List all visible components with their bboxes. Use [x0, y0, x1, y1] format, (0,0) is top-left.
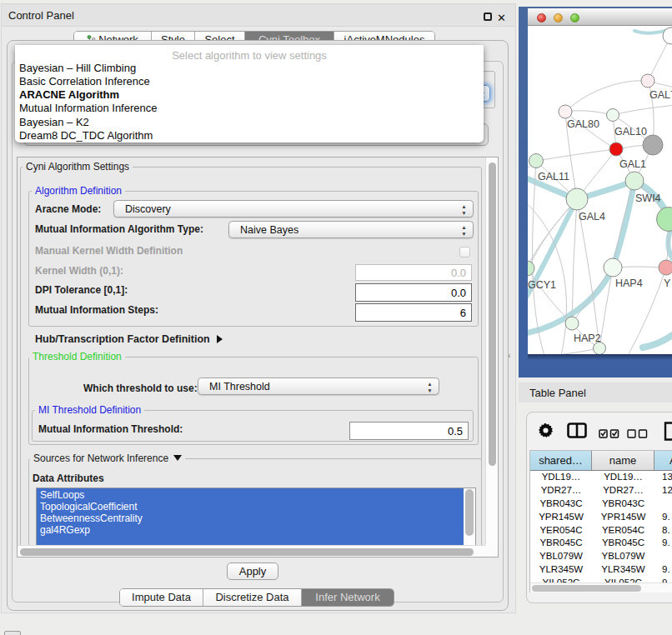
table-row[interactable]: YLR345WYLR345W9.	[530, 563, 672, 577]
network-node[interactable]	[643, 135, 663, 155]
table-cell[interactable]: YDL19…	[530, 471, 592, 484]
table-cell[interactable]: 13	[654, 471, 672, 484]
scrollbar-thumb[interactable]	[465, 489, 474, 536]
scrollbar-thumb[interactable]	[20, 548, 474, 556]
network-edge-thick[interactable]	[643, 332, 672, 348]
zoom-traffic-light[interactable]	[570, 13, 579, 22]
table-cell[interactable]: YDR27…	[592, 484, 654, 498]
attribute-list-item[interactable]: TopologicalCoefficient	[40, 501, 138, 512]
table-cell[interactable]: 9.	[654, 511, 672, 524]
table-cell[interactable]: YDR27…	[530, 484, 592, 498]
select-all-checkboxes-icon[interactable]	[599, 427, 619, 442]
table-cell[interactable]	[654, 498, 672, 511]
table-row[interactable]: YPR145WYPR145W9.	[530, 511, 672, 524]
network-node-gal10[interactable]	[607, 109, 619, 122]
network-edge[interactable]	[553, 348, 599, 354]
network-edge[interactable]	[572, 199, 577, 323]
column-header-name[interactable]: name	[592, 451, 654, 471]
table-row[interactable]: YDL19…YDL19…13	[530, 471, 672, 484]
network-edge[interactable]	[536, 149, 616, 161]
deselect-all-checkboxes-icon[interactable]	[627, 427, 648, 442]
network-node-hap2[interactable]	[565, 317, 579, 330]
close-icon[interactable]: ✕	[497, 12, 506, 24]
table-row[interactable]: YER054CYER054C8.	[530, 524, 672, 538]
table-cell[interactable]: 8.	[654, 524, 672, 538]
table-cell[interactable]: YDL19…	[592, 471, 654, 484]
dropdown-item[interactable]: Basic Correlation Inference	[19, 75, 150, 88]
tab-infer-network[interactable]: Infer Network	[301, 589, 394, 606]
table-row[interactable]: YBL079WYBL079W	[530, 550, 672, 563]
dropdown-item[interactable]: Bayesian – K2	[19, 116, 89, 128]
network-edge[interactable]	[565, 81, 648, 112]
which-threshold-combobox[interactable]: MI Threshold ▲▼	[198, 378, 439, 395]
scrollbar-thumb[interactable]	[532, 585, 641, 592]
table-horizontal-scrollbar[interactable]	[530, 582, 672, 592]
dropdown-item[interactable]: Mutual Information Inference	[19, 102, 157, 114]
dropdown-item[interactable]: ARACNE Algorithm	[19, 88, 119, 101]
table-cell[interactable]: YLR345W	[592, 563, 654, 577]
table-cell[interactable]: YER054C	[530, 524, 592, 538]
tab-discretize-data[interactable]: Discretize Data	[203, 589, 301, 606]
network-node-gal7[interactable]	[641, 74, 654, 88]
mi-type-combobox[interactable]: Naive Bayes ▲▼	[228, 221, 474, 238]
network-node[interactable]	[657, 208, 672, 232]
close-traffic-light[interactable]	[537, 13, 546, 22]
network-edge[interactable]	[565, 111, 613, 115]
network-canvas[interactable]: GAL7GAL80GAL10GAL1GAL11GAL4SWI4GCY1HAP4Y…	[528, 26, 672, 354]
split-divider-icon[interactable]: ‹	[508, 350, 511, 360]
table-cell[interactable]: YBL079W	[530, 550, 592, 563]
table-cell[interactable]: YER054C	[592, 524, 654, 538]
network-edge[interactable]	[613, 105, 672, 115]
settings-horizontal-scrollbar[interactable]	[18, 545, 486, 557]
network-node-gal4[interactable]	[566, 188, 588, 210]
table-cell[interactable]: YPR145W	[592, 511, 654, 524]
mini-corner-button[interactable]	[4, 631, 21, 635]
table-cell[interactable]: YPR145W	[530, 511, 592, 524]
dropdown-item[interactable]: Bayesian – Hill Climbing	[19, 62, 136, 74]
table-row[interactable]: YBR045CYBR045C9.	[530, 537, 672, 550]
network-node-gal80[interactable]	[559, 105, 572, 118]
table-cell[interactable]: YBL079W	[592, 550, 654, 563]
manual-kernel-checkbox[interactable]	[459, 247, 470, 258]
network-node-hap4[interactable]	[604, 258, 622, 277]
mi-threshold-field[interactable]: 0.5	[349, 422, 469, 440]
network-node-gcy1[interactable]	[528, 261, 534, 276]
table-cell[interactable]: YBR043C	[530, 498, 592, 511]
table-cell[interactable]: 9.	[654, 563, 672, 577]
document-icon[interactable]	[664, 422, 672, 444]
table-cell[interactable]: YBR045C	[592, 537, 654, 550]
attribute-list-item[interactable]: gal4RGexp	[40, 524, 90, 536]
attribute-list-item[interactable]: BetweennessCentrality	[40, 512, 143, 524]
list-scrollbar[interactable]	[464, 488, 475, 546]
network-node-gal11[interactable]	[529, 154, 544, 168]
network-node-swi4[interactable]	[625, 172, 644, 190]
gear-icon[interactable]	[539, 423, 553, 441]
dpi-tolerance-field[interactable]: 0.0	[355, 283, 472, 302]
table-cell[interactable]: YLR345W	[530, 563, 592, 577]
mi-steps-field[interactable]: 6	[355, 303, 472, 322]
data-attributes-list[interactable]: SelfLoopsTopologicalCoefficientBetweenne…	[36, 488, 476, 546]
table-cell[interactable]: 12	[654, 484, 672, 498]
minimize-traffic-light[interactable]	[554, 13, 563, 22]
table-row[interactable]: YBR043CYBR043C	[530, 498, 672, 511]
table-cell[interactable]	[654, 550, 672, 563]
apply-button[interactable]: Apply	[227, 562, 278, 580]
float-window-icon[interactable]	[484, 12, 492, 21]
network-node-gal1[interactable]	[609, 142, 623, 156]
table-row[interactable]: YDR27…YDR27…12	[530, 484, 672, 498]
dropdown-prompt-item[interactable]: Select algorithm to view settings	[15, 49, 484, 62]
dropdown-item[interactable]: Dream8 DC_TDC Algorithm	[19, 129, 153, 142]
hub-definition-toggle[interactable]: Hub/Transcription Factor Definition	[35, 333, 223, 345]
attribute-list-item[interactable]: SelfLoops	[40, 489, 84, 501]
network-node[interactable]	[594, 342, 606, 355]
column-header-shared-name[interactable]: shared…	[530, 451, 592, 471]
table-cell[interactable]: YBR043C	[592, 498, 654, 511]
table-cell[interactable]: 9.	[654, 537, 672, 550]
sources-toggle[interactable]: Sources for Network Inference	[30, 452, 185, 464]
scrollbar-thumb[interactable]	[489, 162, 496, 466]
column-header-third[interactable]: A	[654, 451, 672, 471]
network-node-y[interactable]	[659, 260, 672, 275]
tab-impute-data[interactable]: Impute Data	[120, 589, 203, 606]
settings-vertical-scrollbar[interactable]	[485, 158, 498, 546]
kernel-width-field[interactable]: 0.0	[355, 264, 472, 281]
